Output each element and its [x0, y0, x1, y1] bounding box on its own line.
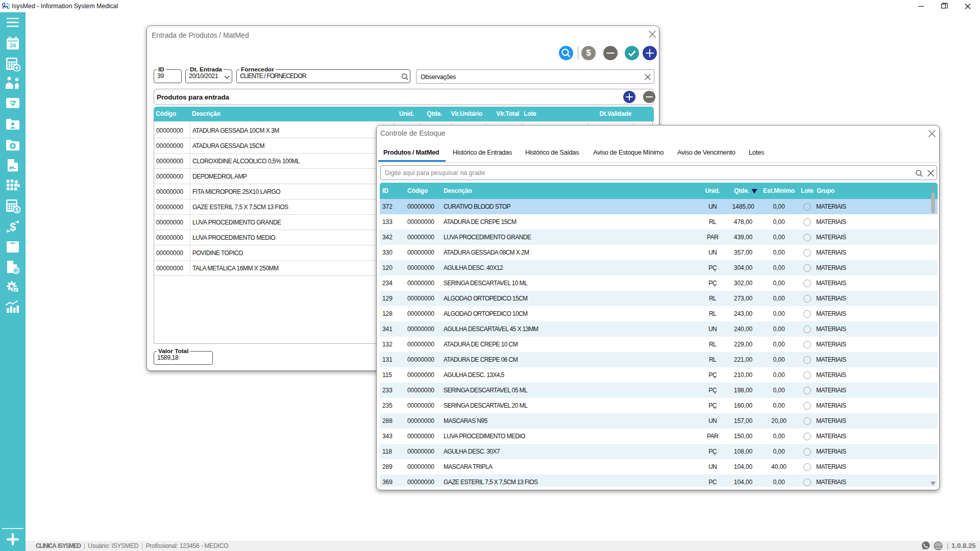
svg-text:$: $ — [15, 207, 18, 213]
svg-text:$: $ — [10, 220, 16, 233]
svg-text:24: 24 — [10, 42, 16, 48]
svg-text:www: www — [934, 544, 942, 547]
